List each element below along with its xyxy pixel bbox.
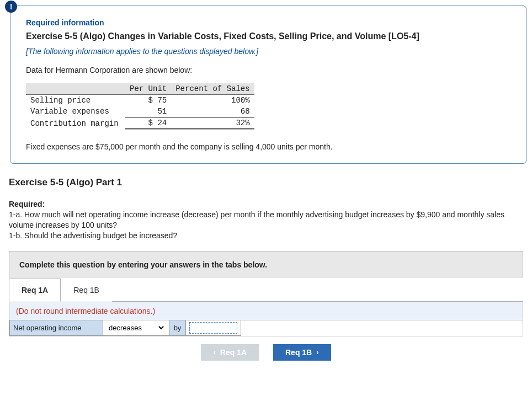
fixed-expenses-text: Fixed expenses are $75,000 per month and…: [26, 142, 510, 151]
required-heading: Required:: [9, 200, 45, 208]
amount-input[interactable]: [189, 322, 237, 334]
part-title: Exercise 5-5 (Algo) Part 1: [9, 177, 526, 188]
question-1a: 1-a. How much will net operating income …: [9, 210, 504, 229]
row-perunit: 51: [125, 106, 171, 117]
prev-label: Req 1A: [220, 348, 247, 357]
row-pct: 100%: [171, 95, 254, 106]
next-label: Req 1B: [285, 348, 312, 357]
chevron-right-icon: ›: [316, 348, 318, 356]
table-header: [26, 83, 125, 95]
instruction-bar: Complete this question by entering your …: [9, 251, 523, 278]
required-info-box: ! Required information Exercise 5-5 (Alg…: [10, 6, 526, 164]
row-pct: 32%: [171, 117, 254, 130]
direction-select[interactable]: decreases: [107, 323, 166, 333]
data-table: Per Unit Percent of Sales Selling price …: [26, 83, 254, 130]
table-header: Per Unit: [125, 83, 171, 95]
table-row: Selling price $ 75 100%: [26, 95, 254, 106]
row-label: Selling price: [26, 95, 125, 106]
amount-cell: [186, 320, 241, 336]
row-label: Contribution margin: [26, 117, 125, 130]
answer-row: Net operating income decreases by: [9, 320, 523, 336]
chevron-left-icon: ‹: [213, 348, 215, 356]
by-label: by: [169, 320, 186, 336]
data-lead: Data for Hermann Corporation are shown b…: [26, 66, 510, 74]
question-1b: 1-b. Should the advertising budget be in…: [9, 231, 177, 240]
table-header: Percent of Sales: [171, 83, 254, 95]
tab-req-1a[interactable]: Req 1A: [9, 279, 61, 302]
row-label: Variable expenses: [26, 106, 125, 117]
tab-content: (Do not round intermediate calculations.…: [9, 302, 523, 336]
hint-text: (Do not round intermediate calculations.…: [9, 302, 523, 320]
next-button[interactable]: Req 1B ›: [273, 344, 331, 361]
row-perunit: $ 75: [125, 95, 171, 106]
table-row: Variable expenses 51 68: [26, 106, 254, 117]
tabs: Req 1A Req 1B: [9, 278, 523, 302]
direction-cell: decreases: [103, 320, 169, 336]
table-row: Contribution margin $ 24 32%: [26, 117, 254, 130]
required-block: Required: 1-a. How much will net operati…: [9, 199, 523, 241]
row-pct: 68: [171, 106, 254, 117]
row-perunit: $ 24: [125, 117, 171, 130]
alert-icon: !: [5, 1, 17, 13]
required-info-label: Required information: [26, 18, 510, 27]
tab-req-1b[interactable]: Req 1B: [61, 279, 112, 302]
answer-area: Complete this question by entering your …: [9, 251, 523, 361]
noi-label: Net operating income: [9, 320, 103, 336]
applies-note: [The following information applies to th…: [26, 47, 510, 56]
exercise-title: Exercise 5-5 (Algo) Changes in Variable …: [26, 31, 510, 41]
prev-button[interactable]: ‹ Req 1A: [201, 344, 259, 361]
nav-buttons: ‹ Req 1A Req 1B ›: [9, 336, 523, 361]
